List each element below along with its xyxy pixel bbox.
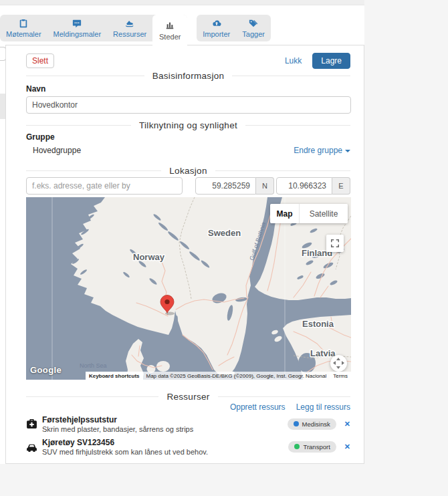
delete-button[interactable]: Slett <box>26 53 54 68</box>
tab-group-primary: Møtemaler Meldingsmaler Ressurser Steder <box>0 15 187 41</box>
map-label-north-sea: North Sea <box>80 362 107 369</box>
create-resource-link[interactable]: Opprett ressurs <box>230 402 286 412</box>
resource-row: Førstehjelpssutstur Skrin med plaster, b… <box>26 413 350 435</box>
tab-meldingsmaler[interactable]: Meldingsmaler <box>47 15 108 41</box>
tab-group-secondary: Importer Tagger <box>197 15 271 41</box>
fullscreen-icon <box>330 239 340 248</box>
divider-line <box>245 125 350 126</box>
divider-line <box>218 396 350 397</box>
divider-line <box>26 170 161 171</box>
tab-label: Tagger <box>242 30 265 38</box>
longitude-group: E <box>276 177 350 195</box>
tab-label: Steder <box>159 33 181 41</box>
divider-line <box>215 170 350 171</box>
keyboard-shortcuts-button[interactable]: Keyboard shortcuts <box>86 372 143 380</box>
add-resource-link[interactable]: Legg til ressurs <box>296 402 350 412</box>
resource-text: Kjøretøy SV123456 SUV med firhjulstrekk … <box>42 438 208 456</box>
tag-badge: Transport <box>288 441 336 453</box>
card-toolbar: Slett Lukk Lagre <box>26 53 350 68</box>
change-group-label: Endre gruppe <box>294 146 342 155</box>
group-value: Hovedgruppe <box>26 146 81 155</box>
map-attribution: Keyboard shortcuts Map data ©2025 GeoBas… <box>86 372 351 380</box>
resource-text: Førstehjelpssutstur Skrin med plaster, b… <box>42 415 193 433</box>
workspace: Møtemaler Meldingsmaler Ressurser Steder <box>0 0 364 464</box>
longitude-unit: E <box>332 177 350 195</box>
cloud-upload-icon <box>211 18 221 28</box>
pan-down-icon <box>336 366 340 369</box>
divider-line <box>26 125 131 126</box>
tab-label: Møtemaler <box>6 30 41 38</box>
tab-steder[interactable]: Steder <box>152 15 187 46</box>
resource-description: Skrin med plaster, bandasjer, sårrens og… <box>42 425 193 433</box>
tag-label: Medisinsk <box>302 420 330 428</box>
group-label: Gruppe <box>26 132 350 142</box>
tab-tagger[interactable]: Tagger <box>236 15 271 41</box>
map-label-estonia: Estonia <box>302 319 334 329</box>
terms-link[interactable]: Terms <box>330 372 351 380</box>
resource-description: SUV med firhjulstrekk som kan lånes ut v… <box>42 448 208 456</box>
section-title: Ressurser <box>166 392 209 402</box>
section-title: Basisinformasjon <box>152 71 225 81</box>
section-header-location: Lokasjon <box>26 166 350 175</box>
tag-badge: Medisinsk <box>288 418 336 430</box>
resource-title: Kjøretøy SV123456 <box>42 438 208 447</box>
top-strip <box>0 0 364 5</box>
snowmobile-icon <box>125 18 135 28</box>
clipboard-icon <box>19 18 29 28</box>
tag-color-dot <box>294 421 299 426</box>
tag-color-dot <box>294 444 300 449</box>
tab-bar: Møtemaler Meldingsmaler Ressurser Steder <box>0 15 271 41</box>
section-title: Tilknytning og synlighet <box>139 120 237 130</box>
tab-moetemaler[interactable]: Møtemaler <box>0 15 47 41</box>
section-title: Lokasjon <box>169 166 207 176</box>
resource-row: Kjøretøy SV123456 SUV med firhjulstrekk … <box>26 436 350 457</box>
resource-links: Opprett ressurs Legg til ressurs <box>26 402 350 412</box>
section-header-affiliation: Tilknytning og synlighet <box>26 120 350 130</box>
remove-resource-button[interactable]: ✕ <box>344 443 350 451</box>
close-link[interactable]: Lukk <box>285 56 302 66</box>
map-canvas[interactable]: Norway Sweden Finland Estonia Latvia Nor… <box>26 197 351 380</box>
latitude-input[interactable] <box>195 177 256 195</box>
divider-line <box>26 76 144 76</box>
pan-up-icon <box>336 358 340 360</box>
comment-icon <box>72 18 82 28</box>
save-button[interactable]: Lagre <box>312 53 350 69</box>
place-detail-card: Slett Lukk Lagre Basisinformasjon Navn T… <box>5 45 364 464</box>
tags-icon <box>249 18 259 28</box>
name-input[interactable] <box>26 96 351 114</box>
map-type-control: Map Satellite <box>270 204 348 223</box>
resource-title: Førstehjelpssutstur <box>42 415 193 424</box>
resource-actions: Medisinsk ✕ <box>288 418 350 430</box>
divider-line <box>26 396 158 397</box>
tag-label: Transport <box>303 443 330 451</box>
google-logo[interactable]: Google <box>30 365 62 375</box>
map-widget: Norway Sweden Finland Estonia Latvia Nor… <box>26 197 351 380</box>
section-header-resources: Ressurser <box>26 392 350 401</box>
map-type-button-map[interactable]: Map <box>270 204 300 223</box>
tab-label: Ressurser <box>113 30 146 38</box>
attribution-text: Map data ©2025 GeoBasis-DE/BKG (©2009), … <box>143 372 330 380</box>
group-row: Hovedgruppe Endre gruppe <box>26 146 350 155</box>
map-label-sweden: Sweden <box>208 228 241 238</box>
map-label-norway: Norway <box>133 252 165 262</box>
latitude-group: N <box>195 177 274 195</box>
remove-resource-button[interactable]: ✕ <box>344 420 350 428</box>
fullscreen-button[interactable] <box>326 235 344 252</box>
car-icon <box>26 441 42 453</box>
toolbar-right: Lukk Lagre <box>285 53 350 69</box>
factory-icon <box>165 21 175 31</box>
location-inputs-row: N E <box>26 177 350 195</box>
address-search-input[interactable] <box>26 177 183 195</box>
section-header-basic: Basisinformasjon <box>26 71 350 80</box>
longitude-input[interactable] <box>276 177 332 195</box>
map-type-button-satellite[interactable]: Satellite <box>300 204 348 223</box>
resource-actions: Transport ✕ <box>288 441 350 453</box>
change-group-link[interactable]: Endre gruppe <box>294 146 350 155</box>
pan-left-icon <box>333 361 336 365</box>
name-label: Navn <box>26 84 350 94</box>
divider-line <box>232 76 350 76</box>
tab-label: Meldingsmaler <box>53 30 102 38</box>
tab-importer[interactable]: Importer <box>197 15 236 41</box>
pan-control[interactable] <box>330 355 347 372</box>
tab-ressurser[interactable]: Ressurser <box>107 15 152 41</box>
